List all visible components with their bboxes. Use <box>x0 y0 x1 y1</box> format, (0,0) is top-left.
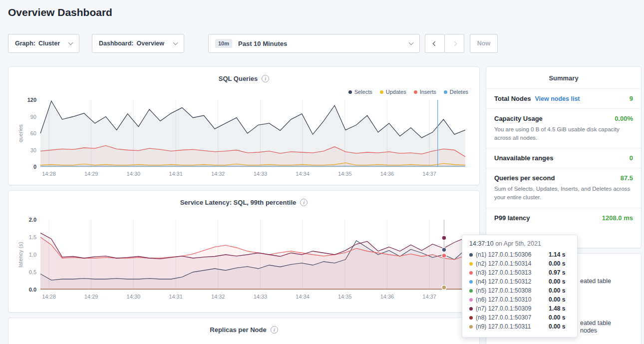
service-latency-chart[interactable]: 14:2814:2914:3014:3114:3214:3314:3414:35… <box>15 215 472 303</box>
node-latency-value: 0.00 s <box>549 323 565 330</box>
legend-dot-icon <box>348 90 352 94</box>
tooltip-row: (n7) 127.0.0.1:50309 1.48 s <box>469 304 570 313</box>
svg-text:1.0: 1.0 <box>29 252 36 258</box>
svg-text:14:36: 14:36 <box>380 294 394 300</box>
chevron-right-icon <box>452 41 457 46</box>
event-item[interactable]: nodes <box>580 327 597 334</box>
dashboard-dropdown-label: Dashboard: <box>99 40 133 47</box>
tooltip-row: (n5) 127.0.0.1:50308 0.00 s <box>469 286 570 295</box>
node-color-dot-icon <box>469 298 473 302</box>
view-nodes-list-link[interactable]: View nodes list <box>535 95 580 102</box>
node-address: (n1) 127.0.0.1:50306 <box>476 251 546 258</box>
legend-dot-icon <box>380 90 383 94</box>
chevron-down-icon <box>68 40 73 45</box>
event-item[interactable]: eated table <box>580 320 611 327</box>
node-address: (n4) 127.0.0.1:50312 <box>476 278 546 285</box>
chart-hover-tooltip: 14:37:10 on Apr 5th, 2021 (n1) 127.0.0.1… <box>462 235 578 338</box>
capacity-usage-value: 0.00% <box>615 115 633 122</box>
svg-text:14:28: 14:28 <box>42 294 56 300</box>
node-latency-value: 0.00 s <box>549 278 565 285</box>
info-icon[interactable]: i <box>262 75 269 82</box>
chart-title-text: Replicas per Node <box>210 326 266 334</box>
time-now-button[interactable]: Now <box>470 34 498 53</box>
svg-text:14:34: 14:34 <box>296 171 310 177</box>
node-latency-value: 0.00 s <box>549 314 565 321</box>
svg-text:14:34: 14:34 <box>296 294 310 300</box>
page-title: Overview Dashboard <box>8 6 112 18</box>
time-prev-button[interactable] <box>425 34 445 53</box>
node-address: (n6) 127.0.0.1:50310 <box>476 296 546 303</box>
service-latency-title: Service Latency: SQL, 99th percentile i <box>8 191 479 206</box>
svg-text:14:30: 14:30 <box>127 294 141 300</box>
total-nodes-value: 9 <box>630 95 633 102</box>
svg-text:latency (s): latency (s) <box>17 242 23 268</box>
legend-label: Deletes <box>450 89 468 95</box>
svg-text:queries: queries <box>17 124 23 142</box>
sql-queries-panel: SQL Queries i Selects Updates Inserts De… <box>8 66 480 185</box>
svg-text:0.0: 0.0 <box>29 287 36 293</box>
legend-label: Updates <box>386 89 406 95</box>
svg-text:14:35: 14:35 <box>338 171 352 177</box>
svg-text:14:33: 14:33 <box>254 294 268 300</box>
tooltip-time: 14:37:10 <box>469 240 494 247</box>
chevron-down-icon <box>173 40 178 45</box>
capacity-usage-label: Capacity Usage <box>494 115 543 122</box>
unavailable-ranges-label: Unavailable ranges <box>494 154 554 162</box>
node-latency-value: 0.00 s <box>549 287 565 294</box>
event-item[interactable]: eated table <box>580 278 611 285</box>
svg-text:14:29: 14:29 <box>84 171 98 177</box>
node-address: (n9) 127.0.0.1:50311 <box>476 323 546 330</box>
time-next-button[interactable] <box>444 34 464 53</box>
svg-text:14:37: 14:37 <box>422 294 436 300</box>
tooltip-rows: (n1) 127.0.0.1:50306 1.14 s (n2) 127.0.0… <box>469 250 570 331</box>
svg-text:14:37: 14:37 <box>422 171 436 177</box>
legend-item[interactable]: Inserts <box>414 89 436 95</box>
time-range-value: Past 10 Minutes <box>238 40 287 47</box>
summary-row-capacity: Capacity Usage 0.00% You are using 0 B o… <box>486 108 641 148</box>
summary-row-p99-latency: P99 latency 1208.0 ms <box>486 208 641 228</box>
chart-title-text: SQL Queries <box>219 75 258 82</box>
replicas-per-node-panel: Replicas per Node i <box>8 318 480 344</box>
legend-label: Selects <box>354 89 372 95</box>
svg-text:14:29: 14:29 <box>84 294 98 300</box>
legend-dot-icon <box>444 90 447 94</box>
node-latency-value: 1.14 s <box>549 251 565 258</box>
node-latency-value: 1.48 s <box>549 305 565 312</box>
svg-text:14:32: 14:32 <box>211 171 225 177</box>
chevron-left-icon <box>432 41 437 46</box>
now-button-label: Now <box>477 40 490 47</box>
tooltip-row: (n2) 127.0.0.1:50314 0.00 s <box>469 259 570 268</box>
tooltip-row: (n9) 127.0.0.1:50311 0.00 s <box>469 322 570 331</box>
sql-queries-title: SQL Queries i <box>8 67 479 82</box>
svg-text:14:31: 14:31 <box>169 171 183 177</box>
chevron-down-icon <box>409 40 414 45</box>
graph-dropdown[interactable]: Graph: Cluster <box>8 34 79 53</box>
node-color-dot-icon <box>469 316 473 320</box>
unavailable-ranges-value: 0 <box>630 154 633 162</box>
tooltip-row: (n4) 127.0.0.1:50312 0.00 s <box>469 277 570 286</box>
graph-dropdown-value: Cluster <box>38 40 60 47</box>
node-color-dot-icon <box>469 271 473 275</box>
legend-item[interactable]: Deletes <box>444 89 468 95</box>
legend-dot-icon <box>414 90 417 94</box>
time-range-dropdown[interactable]: 10m Past 10 Minutes <box>208 34 420 53</box>
node-color-dot-icon <box>469 262 473 266</box>
svg-text:1.5: 1.5 <box>29 234 36 240</box>
info-icon[interactable]: i <box>300 199 308 206</box>
dashboard-dropdown[interactable]: Dashboard: Overview <box>92 34 184 53</box>
svg-text:14:33: 14:33 <box>254 171 268 177</box>
sql-queries-chart[interactable]: 14:2814:2914:3014:3114:3214:3314:3414:35… <box>15 95 472 180</box>
info-icon[interactable]: i <box>271 326 278 334</box>
queries-per-second-label: Queries per second <box>494 174 555 182</box>
node-address: (n5) 127.0.0.1:50308 <box>476 287 546 294</box>
p99-latency-value: 1208.0 ms <box>602 214 633 222</box>
legend-item[interactable]: Updates <box>380 89 406 95</box>
node-color-dot-icon <box>469 280 473 284</box>
svg-text:30: 30 <box>30 147 36 153</box>
svg-text:14:31: 14:31 <box>169 294 183 300</box>
summary-title: Summary <box>486 67 641 88</box>
capacity-usage-description: You are using 0 B of 4.5 GiB usable disk… <box>494 125 633 142</box>
node-latency-value: 0.00 s <box>549 296 565 303</box>
tooltip-header: 14:37:10 on Apr 5th, 2021 <box>469 240 570 247</box>
legend-item[interactable]: Selects <box>348 89 372 95</box>
